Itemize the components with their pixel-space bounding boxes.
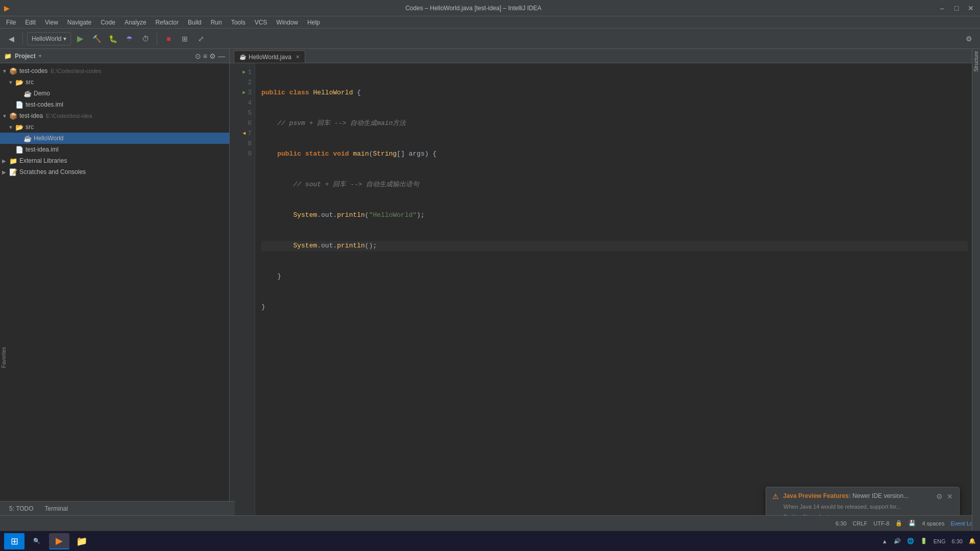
menu-item-run[interactable]: Run xyxy=(207,18,226,27)
code-line-6: System.out.println(); xyxy=(261,241,968,251)
tree-item-src-1[interactable]: ▼ 📂 src xyxy=(0,77,229,88)
build-button[interactable]: 🔨 xyxy=(89,32,104,46)
structure-panel-label[interactable]: Structure xyxy=(973,51,979,72)
line-num-6: 6 xyxy=(233,118,252,129)
panel-header-actions: ⊙ ≡ ⚙ — xyxy=(195,52,225,60)
menu-item-navigate[interactable]: Navigate xyxy=(63,18,95,27)
tree-item-test-idea-iml[interactable]: ▶ 📄 test-idea.iml xyxy=(0,144,229,155)
tab-close-button[interactable]: ✕ xyxy=(296,54,300,60)
taskbar: ⊞ 🔍 ▶ 📁 ▲ 🔊 🌐 🔋 ENG 6:30 🔔 xyxy=(0,531,980,551)
menu-item-file[interactable]: File xyxy=(2,18,20,27)
taskbar-search[interactable]: 🔍 xyxy=(27,533,47,549)
warn-gutter-7: ◀ xyxy=(242,129,246,139)
file-encoding[interactable]: UTF-8 xyxy=(873,520,889,527)
menu-item-code[interactable]: Code xyxy=(96,18,119,27)
run-button[interactable]: ▶ xyxy=(73,32,87,46)
restore-button[interactable]: ⤢ xyxy=(194,32,208,46)
notification-bell[interactable]: 🔔 xyxy=(969,538,976,544)
taskbar-explorer[interactable]: 📁 xyxy=(71,533,92,549)
run-config-selector[interactable]: HelloWorld ▾ xyxy=(27,32,71,45)
menu-item-help[interactable]: Help xyxy=(303,18,324,27)
menu-item-analyze[interactable]: Analyze xyxy=(120,18,151,27)
notification-header: ⚠ Java Preview Features: Newer IDE versi… xyxy=(772,492,953,500)
favorites-strip[interactable]: Favorites xyxy=(1,347,7,368)
stop-button[interactable]: ■ xyxy=(161,32,176,46)
run-gutter-1[interactable]: ▶ xyxy=(242,67,246,78)
start-button[interactable]: ⊞ xyxy=(4,533,24,549)
gear-button[interactable]: ⚙ xyxy=(209,52,216,60)
toolbar-separator-2 xyxy=(157,33,157,45)
menu-item-vcs[interactable]: VCS xyxy=(251,18,272,27)
tray-battery: 🔋 xyxy=(920,538,927,544)
right-sidebar-strip: Structure xyxy=(972,49,980,531)
line-num-3: ▶ 3 xyxy=(233,88,252,98)
notification-close-button[interactable]: ✕ xyxy=(947,492,953,500)
tab-todo[interactable]: 5: TODO xyxy=(4,503,39,514)
toolbar: ◀ HelloWorld ▾ ▶ 🔨 🐛 ☂ ⏱ ■ ⊞ ⤢ ⚙ xyxy=(0,29,980,49)
close-button[interactable]: ✕ xyxy=(966,4,976,12)
tree-item-demo[interactable]: ▶ ☕ Demo xyxy=(0,88,229,99)
coverage-button[interactable]: ☂ xyxy=(122,32,136,46)
tree-item-test-idea[interactable]: ▼ 📦 test-idea E:\Codes\test-idea xyxy=(0,110,229,121)
tree-item-test-codes[interactable]: ▼ 📦 test-codes E:\Codes\test-codes xyxy=(0,65,229,77)
minimize-button[interactable]: – xyxy=(937,4,947,12)
tray-icons: ▲ xyxy=(882,538,888,544)
menu-item-edit[interactable]: Edit xyxy=(21,18,40,27)
indent-setting[interactable]: 4 spaces xyxy=(922,520,944,527)
tree-item-test-codes-iml[interactable]: ▶ 📄 test-codes.iml xyxy=(0,99,229,110)
tree-item-scratches[interactable]: ▶ 📝 Scratches and Consoles xyxy=(0,166,229,178)
line-num-9: 9 xyxy=(233,149,252,159)
code-content[interactable]: public class HelloWorld { // psvm + 回车 -… xyxy=(255,63,974,536)
tab-java-icon: ☕ xyxy=(239,54,247,60)
line-num-4: 4 xyxy=(233,98,252,108)
favorites-label: Favorites xyxy=(1,347,7,368)
editor-tabs: ☕ HelloWorld.java ✕ xyxy=(230,49,980,63)
run-gutter-3[interactable]: ▶ xyxy=(242,88,246,98)
code-line-1: public class HelloWorld { xyxy=(261,88,968,98)
run-config-name: HelloWorld xyxy=(32,35,61,42)
tab-todo-label: 5: TODO xyxy=(9,505,34,512)
menu-item-tools[interactable]: Tools xyxy=(227,18,250,27)
profile-button[interactable]: ⏱ xyxy=(138,32,153,46)
tab-label: HelloWorld.java xyxy=(249,54,291,61)
cursor-position[interactable]: 6:30 xyxy=(836,520,846,527)
taskbar-intellij[interactable]: ▶ xyxy=(49,533,69,549)
locate-button[interactable]: ⊙ xyxy=(195,52,201,60)
line-num-1: ▶ 1 xyxy=(233,67,252,78)
debug-button[interactable]: 🐛 xyxy=(106,32,120,46)
collapse-button[interactable]: ≡ xyxy=(203,52,207,60)
tab-terminal[interactable]: Terminal xyxy=(40,503,73,514)
layout-button[interactable]: ⊞ xyxy=(178,32,192,46)
tree-item-helloworld[interactable]: ▶ ☕ HelloWorld xyxy=(0,133,229,144)
line-num-8: 8 xyxy=(233,139,252,149)
project-panel-header: 📁 Project ▾ ⊙ ≡ ⚙ — xyxy=(0,49,229,63)
notification-settings-button[interactable]: ⚙ xyxy=(936,492,943,500)
line-num-2: 2 xyxy=(233,78,252,88)
toolbar-separator-1 xyxy=(22,33,23,45)
hide-button[interactable]: — xyxy=(218,52,225,60)
tree-item-external-libraries[interactable]: ▶ 📁 External Libraries xyxy=(0,155,229,166)
code-line-3: public static void main(String[] args) { xyxy=(261,149,968,159)
menu-item-build[interactable]: Build xyxy=(184,18,206,27)
settings-button[interactable]: ⚙ xyxy=(962,32,976,46)
notification-title-body: Newer IDE version... xyxy=(852,492,909,499)
menu-item-refactor[interactable]: Refactor xyxy=(152,18,183,27)
notification-body: When Java 14 would be released, support … xyxy=(772,504,953,510)
back-button[interactable]: ◀ xyxy=(4,32,18,46)
code-line-2: // psvm + 回车 --> 自动生成main方法 xyxy=(261,118,968,129)
memory-icon: 💾 xyxy=(909,520,916,527)
editor-tab-helloworld[interactable]: ☕ HelloWorld.java ✕ xyxy=(234,51,305,63)
run-config-arrow: ▾ xyxy=(63,35,66,42)
lock-icon: 🔒 xyxy=(895,520,902,527)
maximize-button[interactable]: □ xyxy=(951,4,962,12)
line-separator[interactable]: CRLF xyxy=(853,520,868,527)
code-line-8: } xyxy=(261,302,968,312)
menu-item-view[interactable]: View xyxy=(41,18,62,27)
menu-item-window[interactable]: Window xyxy=(272,18,302,27)
menu-bar: FileEditViewNavigateCodeAnalyzeRefactorB… xyxy=(0,16,980,29)
tree-item-src-2[interactable]: ▼ 📂 src xyxy=(0,121,229,133)
system-clock: 6:30 xyxy=(952,538,963,544)
notification-title: Java Preview Features: Newer IDE version… xyxy=(783,492,909,499)
project-dropdown-arrow[interactable]: ▾ xyxy=(39,53,41,59)
status-bar-right: 6:30 CRLF UTF-8 🔒 💾 4 spaces Event Log xyxy=(836,520,976,527)
